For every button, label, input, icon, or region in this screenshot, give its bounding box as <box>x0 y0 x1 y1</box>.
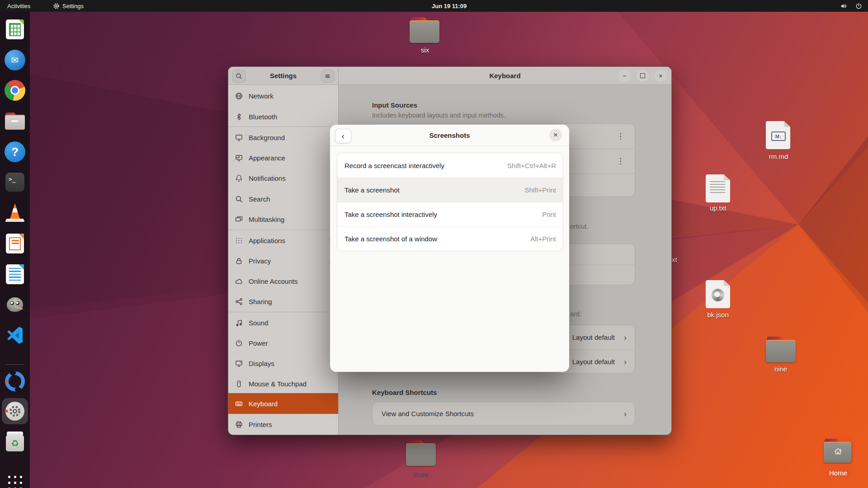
running-indicator-dot <box>5 410 8 413</box>
desktop-folder-nine[interactable] <box>766 337 796 364</box>
apps-grid-icon <box>235 237 243 244</box>
sidebar-item-multitasking[interactable]: Multitasking <box>228 209 338 230</box>
sidebar-item-network[interactable]: Network <box>228 85 338 106</box>
desktop-folder-six[interactable] <box>410 17 439 44</box>
vscode-logo-icon <box>5 325 25 345</box>
desktop-file-rm-md[interactable]: M↓ <box>766 121 790 149</box>
desktop-label: six <box>398 46 452 54</box>
dock-files-icon[interactable] <box>4 110 26 132</box>
activities-label: Activities <box>7 3 30 9</box>
sidebar-item-online-accounts[interactable]: Online Accounts <box>228 271 338 291</box>
shortcuts-row-box: View and Customize Shortcuts › <box>372 402 635 426</box>
sidebar-item-label: Power <box>249 339 268 347</box>
dock-libreoffice-impress-icon[interactable] <box>4 233 26 254</box>
dock-libreoffice-writer-icon[interactable] <box>4 263 26 285</box>
sidebar-item-power[interactable]: Power <box>228 333 338 353</box>
sidebar-item-privacy[interactable]: Privacy› <box>228 250 338 271</box>
globe-icon <box>235 92 243 100</box>
dialog-headerbar: ‹ Screenshots × <box>330 125 569 146</box>
bell-icon <box>235 174 243 182</box>
dialog-title: Screenshots <box>330 125 569 145</box>
sidebar-item-applications[interactable]: Applications› <box>228 230 338 251</box>
chevron-right-icon: › <box>624 333 627 342</box>
dock-gimp-icon[interactable] <box>4 294 26 315</box>
volume-indicator[interactable] <box>840 0 847 12</box>
question-mark-icon: ? <box>5 141 25 162</box>
sidebar-item-keyboard[interactable]: Keyboard <box>228 393 338 414</box>
shortcut-row-screenshot-interactively[interactable]: Take a screenshot interactively Print <box>337 202 563 226</box>
dock-help-icon[interactable]: ? <box>4 141 26 163</box>
close-button[interactable]: × <box>655 70 667 82</box>
cloud-icon <box>235 277 243 285</box>
maximize-button[interactable] <box>637 70 649 82</box>
appearance-icon <box>235 154 243 162</box>
kebab-menu-icon[interactable]: ⋮ <box>617 157 624 165</box>
desktop-folder-three[interactable] <box>406 440 436 467</box>
folder-body-icon <box>410 20 439 43</box>
mouse-icon <box>235 380 243 388</box>
menu-button[interactable] <box>321 70 334 83</box>
dock-terminal-icon[interactable]: >_ <box>4 171 26 193</box>
desktop-file-bk-json[interactable] <box>706 280 730 308</box>
input-sources-title: Input Sources <box>372 101 417 109</box>
desktop-folder-home[interactable] <box>822 436 854 467</box>
dock-show-applications-icon[interactable] <box>4 472 26 488</box>
desktop-label-selected: Home <box>826 468 851 478</box>
sidebar-item-printers[interactable]: Printers <box>228 414 338 435</box>
sidebar-item-sound[interactable]: Sound <box>228 312 338 333</box>
shortcut-row-record-screencast[interactable]: Record a screencast interactively Shift+… <box>337 153 563 178</box>
sidebar-item-label: Applications <box>249 237 285 244</box>
sidebar-item-appearance[interactable]: Appearance <box>228 147 338 168</box>
maximize-icon <box>640 73 645 78</box>
sidebar-item-label: Network <box>249 92 274 100</box>
apps-grid-dots-icon <box>8 476 22 488</box>
sidebar-item-bluetooth[interactable]: Bluetooth <box>228 106 338 127</box>
eye-icon <box>10 301 14 305</box>
shortcut-row-screenshot-window[interactable]: Take a screenshot of a window Alt+Print <box>337 226 563 251</box>
music-note-icon <box>235 319 243 327</box>
kebab-menu-icon[interactable]: ⋮ <box>617 132 624 140</box>
dock-libreoffice-calc-icon[interactable] <box>4 19 26 40</box>
dock-chrome-icon[interactable] <box>4 80 26 101</box>
dock-running-app-icon[interactable] <box>4 371 26 392</box>
sidebar-item-sharing[interactable]: Sharing <box>228 291 338 312</box>
sidebar-item-search[interactable]: Search <box>228 188 338 209</box>
dock-thunderbird-icon[interactable]: ✉ <box>4 49 26 71</box>
sidebar-headerbar: Settings <box>228 67 338 85</box>
close-icon: × <box>659 72 663 80</box>
dock-settings-icon[interactable] <box>4 400 26 422</box>
power-indicator[interactable] <box>855 0 862 12</box>
view-customize-shortcuts-row[interactable]: View and Customize Shortcuts <box>382 410 474 418</box>
sidebar-item-label: Privacy <box>249 257 271 265</box>
activities-button[interactable]: Activities <box>7 0 30 12</box>
sidebar-item-mouse-touchpad[interactable]: Mouse & Touchpad <box>228 373 338 394</box>
focused-app-indicator[interactable]: Settings <box>53 0 84 12</box>
desktop-label: rm.md <box>751 153 806 160</box>
sidebar-item-label: Sharing <box>249 298 272 305</box>
settings-sidebar: Settings Network Bluetooth Background Ap… <box>228 67 339 435</box>
alternate-characters-value[interactable]: Layout default <box>572 333 615 341</box>
printer-icon <box>235 421 243 428</box>
power-icon <box>855 3 862 9</box>
dock-trash-icon[interactable]: ♻ <box>4 431 26 452</box>
compose-key-value[interactable]: Layout default <box>572 358 615 366</box>
shortcut-accelerator: Shift+Print <box>524 186 556 194</box>
clock[interactable]: Jun 19 11:09 <box>432 0 467 12</box>
sidebar-item-notifications[interactable]: Notifications <box>228 168 338 188</box>
envelope-icon: ✉ <box>5 50 25 70</box>
folder-body-icon <box>766 340 796 362</box>
dock-vlc-icon[interactable] <box>4 202 26 224</box>
dialog-close-button[interactable]: × <box>549 129 562 141</box>
dock-vscode-icon[interactable] <box>4 324 26 346</box>
desktop: six M↓ rm.md up.txt bk.json nine three H… <box>0 0 868 488</box>
dock: ✉ ? >_ <box>0 12 30 488</box>
minimize-button[interactable]: − <box>618 70 631 82</box>
desktop-file-up-txt[interactable] <box>706 174 730 202</box>
sidebar-item-displays[interactable]: Displays <box>228 353 338 374</box>
sidebar-item-background[interactable]: Background <box>228 127 338 148</box>
sidebar-item-label: Multitasking <box>249 216 284 223</box>
sidebar-item-label: Search <box>249 195 270 203</box>
shortcut-row-take-screenshot[interactable]: Take a screenshot Shift+Print <box>337 178 563 202</box>
shortcut-label: Record a screencast interactively <box>344 162 444 169</box>
text-lines-icon <box>710 181 725 193</box>
